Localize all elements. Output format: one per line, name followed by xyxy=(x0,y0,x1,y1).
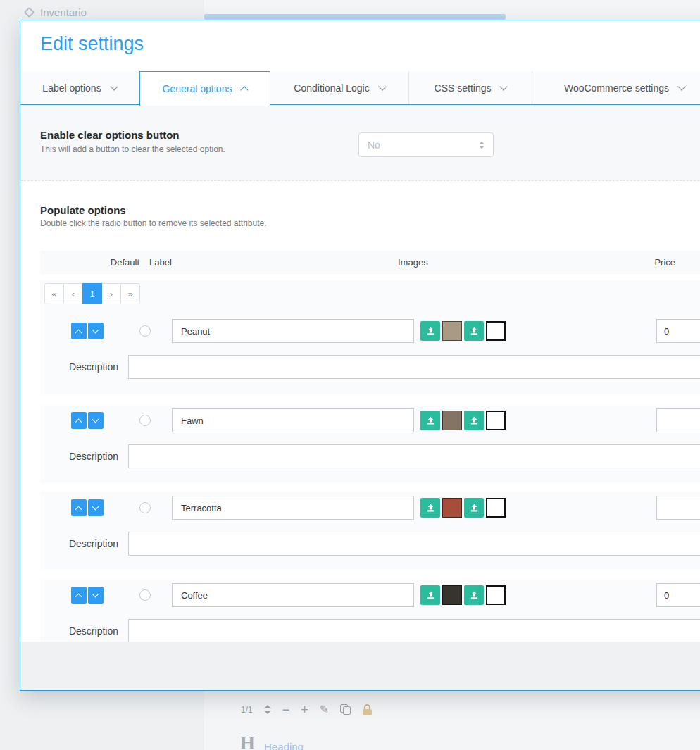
modal-body: Enable clear options button This will ad… xyxy=(20,106,700,690)
heading-icon: H xyxy=(240,734,255,750)
option-row: Description xyxy=(40,492,700,570)
enable-clear-label: Enable clear options button xyxy=(40,129,225,141)
option-label-input[interactable] xyxy=(172,583,414,607)
edit-pencil-icon[interactable]: ✎ xyxy=(320,703,329,716)
option-image-swatch[interactable] xyxy=(486,585,506,605)
option-row: Description xyxy=(40,405,700,482)
tab-conditional-logic[interactable]: Conditional Logic xyxy=(270,71,409,104)
upload-icon xyxy=(469,503,480,513)
option-price-input[interactable] xyxy=(656,408,700,432)
lock-icon[interactable] xyxy=(363,704,372,715)
chevron-down-icon xyxy=(110,82,118,90)
move-down-button[interactable] xyxy=(88,499,104,516)
option-image-swatch[interactable] xyxy=(486,411,506,430)
upload-image-button[interactable] xyxy=(420,411,440,430)
move-up-button[interactable] xyxy=(71,587,87,604)
heading-field-block: H Heading xyxy=(240,734,304,750)
option-image-swatch[interactable] xyxy=(486,321,506,341)
option-description-input[interactable] xyxy=(128,532,700,556)
zoom-in-icon[interactable]: + xyxy=(301,704,308,716)
duplicate-icon[interactable] xyxy=(340,704,351,715)
upload-icon xyxy=(425,415,436,426)
select-stepper-icon xyxy=(479,142,485,149)
upload-icon xyxy=(425,326,436,337)
pagination-next-button[interactable]: › xyxy=(101,283,121,304)
tab-css-settings[interactable]: CSS settings xyxy=(409,71,532,104)
tab-woocommerce-settings[interactable]: WooCommerce settings xyxy=(532,71,700,104)
option-image-swatch[interactable] xyxy=(442,411,462,430)
page-toolbar: 1/1 − + ✎ xyxy=(241,703,372,716)
inventory-breadcrumb: Inventario xyxy=(25,6,87,18)
description-label: Description xyxy=(40,538,118,549)
option-image-swatch[interactable] xyxy=(486,498,506,518)
option-price-input[interactable] xyxy=(656,496,700,520)
option-price-input[interactable] xyxy=(656,583,700,607)
option-label-input[interactable] xyxy=(172,496,414,520)
chevron-down-icon xyxy=(378,82,386,90)
move-down-button[interactable] xyxy=(88,323,104,339)
option-label-input[interactable] xyxy=(172,319,414,343)
upload-icon xyxy=(425,590,436,601)
options-table-body: « ‹ 1 › » xyxy=(40,280,700,667)
option-label-input[interactable] xyxy=(172,408,414,432)
upload-image-button[interactable] xyxy=(420,321,440,341)
chevron-down-icon xyxy=(500,82,508,90)
heading-field-label: Heading xyxy=(264,741,304,750)
tab-label-options[interactable]: Label options xyxy=(20,71,139,104)
upload-image-button[interactable] xyxy=(464,585,484,605)
background-progress-bar xyxy=(204,14,506,20)
page-indicator: 1/1 xyxy=(241,705,253,715)
zoom-out-icon[interactable]: − xyxy=(282,704,290,716)
move-down-button[interactable] xyxy=(88,412,104,429)
enable-clear-section: Enable clear options button This will ad… xyxy=(20,106,700,181)
default-radio[interactable] xyxy=(139,415,151,426)
upload-image-button[interactable] xyxy=(464,411,484,430)
option-image-swatch[interactable] xyxy=(442,321,462,341)
option-description-input[interactable] xyxy=(128,619,700,643)
page-stepper-icon[interactable] xyxy=(264,705,271,714)
populate-options-help: Double click the radio button to remove … xyxy=(40,218,267,228)
description-label: Description xyxy=(40,451,118,462)
upload-icon xyxy=(469,415,480,426)
description-label: Description xyxy=(40,625,118,637)
pagination-first-button[interactable]: « xyxy=(44,283,64,304)
modal-footer xyxy=(20,642,700,690)
pagination: « ‹ 1 › » xyxy=(44,283,700,304)
column-header-price: Price xyxy=(40,257,675,268)
move-up-button[interactable] xyxy=(71,499,87,516)
settings-tab-bar: Label options General options Conditiona… xyxy=(20,71,700,105)
pagination-prev-button[interactable]: ‹ xyxy=(63,283,83,304)
upload-image-button[interactable] xyxy=(420,498,440,518)
upload-icon xyxy=(469,326,480,337)
inventory-label: Inventario xyxy=(40,6,87,18)
option-image-swatch[interactable] xyxy=(442,585,462,605)
modal-title: Edit settings xyxy=(40,33,144,55)
default-radio[interactable] xyxy=(139,589,151,601)
upload-image-button[interactable] xyxy=(464,498,484,518)
chevron-up-icon xyxy=(241,86,249,94)
move-up-button[interactable] xyxy=(71,323,87,339)
populate-options-label: Populate options xyxy=(40,204,126,216)
enable-clear-help: This will add a button to clear the sele… xyxy=(40,144,225,154)
move-up-button[interactable] xyxy=(71,412,87,429)
pagination-page-1-button[interactable]: 1 xyxy=(82,283,102,304)
option-description-input[interactable] xyxy=(128,444,700,468)
chevron-down-icon xyxy=(677,82,685,90)
option-row: « ‹ 1 › » xyxy=(40,280,700,395)
options-table-header: Default Label Images Price xyxy=(40,251,700,274)
upload-image-button[interactable] xyxy=(464,321,484,341)
option-description-input[interactable] xyxy=(128,355,700,379)
default-radio[interactable] xyxy=(139,325,151,337)
description-label: Description xyxy=(40,361,118,373)
enable-clear-select[interactable]: No xyxy=(358,132,494,157)
edit-settings-modal: Edit settings Label options General opti… xyxy=(20,20,700,691)
option-price-input[interactable] xyxy=(656,319,700,343)
upload-icon xyxy=(425,503,436,513)
pagination-last-button[interactable]: » xyxy=(120,283,140,304)
enable-clear-selected-value: No xyxy=(368,139,380,151)
option-image-swatch[interactable] xyxy=(442,498,462,518)
move-down-button[interactable] xyxy=(88,587,104,604)
tab-general-options[interactable]: General options xyxy=(139,71,270,106)
upload-image-button[interactable] xyxy=(420,585,440,605)
default-radio[interactable] xyxy=(139,502,151,513)
